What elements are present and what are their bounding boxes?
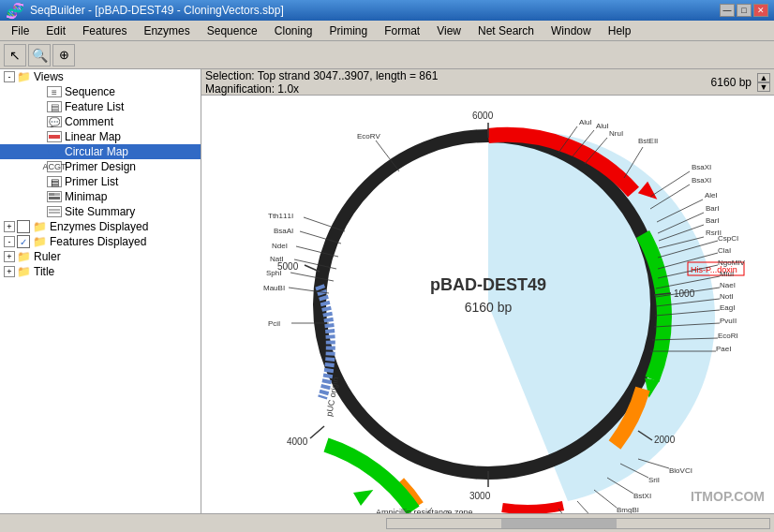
maximize-button[interactable]: □ — [737, 4, 752, 17]
sidebar-item-ruler[interactable]: + 📁 Ruler — [0, 249, 201, 264]
svg-text:SriI: SriI — [648, 476, 660, 484]
menu-window[interactable]: Window — [543, 22, 599, 39]
close-button[interactable]: ✕ — [753, 4, 768, 17]
scroll-up-button[interactable]: ▲ — [757, 73, 770, 82]
features-expand[interactable]: - — [4, 236, 15, 247]
selection-info-line1: Selection: Top strand 3047..3907, length… — [205, 69, 707, 82]
sidebar-item-linear-map[interactable]: Linear Map — [0, 129, 201, 144]
sidebar-item-primer-design[interactable]: ACGT Primer Design — [0, 159, 201, 174]
sidebar-item-minimap[interactable]: Minimap — [0, 189, 201, 204]
svg-text:EcoRI: EcoRI — [718, 332, 738, 340]
svg-text:BsaXI: BsaXI — [692, 176, 711, 185]
sidebar-item-title[interactable]: + 📁 Title — [0, 264, 201, 279]
svg-text:BloVCI: BloVCI — [669, 466, 692, 475]
features-check[interactable]: ✓ — [17, 235, 30, 248]
views-expand[interactable]: - — [4, 71, 15, 82]
svg-text:6000: 6000 — [472, 111, 494, 121]
svg-text:NdeI: NdeI — [272, 242, 288, 250]
svg-text:NotI: NotI — [720, 292, 734, 301]
menu-file[interactable]: File — [4, 22, 37, 39]
status-bar — [0, 513, 774, 532]
svg-text:BstXI: BstXI — [633, 492, 651, 500]
title-expand[interactable]: + — [4, 266, 15, 277]
svg-line-95 — [577, 501, 594, 513]
svg-rect-3 — [54, 193, 60, 196]
menu-edit[interactable]: Edit — [38, 22, 73, 39]
sidebar-label-sequence: Sequence — [65, 85, 115, 98]
svg-text:PciI: PciI — [268, 319, 280, 328]
sidebar-label-circular-map: Circular Map — [65, 145, 128, 158]
svg-point-1 — [50, 147, 59, 156]
enzymes-check[interactable] — [17, 220, 30, 233]
sidebar-item-views[interactable]: - 📁 Views — [0, 69, 201, 84]
sidebar-label-comment: Comment — [65, 115, 113, 128]
circular-map-svg: His-P...doxin pUC origin Ampicillin resi… — [212, 89, 765, 513]
sidebar-label-enzymes: Enzymes Displayed — [50, 220, 148, 233]
sidebar-item-circular-map[interactable]: Circular Map — [0, 144, 201, 159]
menu-bar: File Edit Features Enzymes Sequence Clon… — [0, 21, 774, 41]
toolbar: ↖ 🔍 ⊕ — [0, 41, 774, 69]
svg-text:pBAD-DEST49: pBAD-DEST49 — [429, 275, 545, 294]
menu-help[interactable]: Help — [601, 22, 639, 39]
svg-text:MluI: MluI — [720, 270, 734, 278]
sidebar: - 📁 Views ≡ Sequence ▤ Feature List 💬 Co… — [0, 69, 201, 513]
sidebar-label-primer-list: Primer List — [65, 175, 118, 188]
scrollbar-horizontal[interactable] — [386, 518, 770, 529]
svg-text:AluI: AluI — [579, 118, 592, 126]
svg-text:3000: 3000 — [469, 491, 491, 501]
menu-enzymes[interactable]: Enzymes — [136, 22, 197, 39]
svg-text:NatI: NatI — [270, 255, 284, 263]
sidebar-label-site-summary: Site Summary — [65, 205, 135, 218]
menu-view[interactable]: View — [429, 22, 469, 39]
menu-sequence[interactable]: Sequence — [200, 22, 265, 39]
menu-format[interactable]: Format — [377, 22, 427, 39]
enzymes-expand[interactable]: + — [4, 221, 15, 232]
svg-marker-10 — [353, 483, 377, 506]
cursor-tool[interactable]: ↖ — [4, 44, 26, 66]
svg-text:BsaXI: BsaXI — [692, 163, 711, 171]
svg-text:NaeI: NaeI — [720, 281, 736, 289]
sidebar-item-site-summary[interactable]: Site Summary — [0, 204, 201, 219]
svg-text:PaeI: PaeI — [716, 345, 731, 353]
window-title: SeqBuilder - [pBAD-DEST49 - CloningVecto… — [30, 4, 284, 17]
svg-text:SphI: SphI — [266, 269, 281, 277]
svg-text:MauBI: MauBI — [263, 284, 285, 292]
svg-line-25 — [310, 426, 324, 438]
svg-rect-4 — [49, 197, 60, 200]
sidebar-item-features-displayed[interactable]: - ✓ 📁 Features Displayed — [0, 234, 201, 249]
sidebar-label-features: Features Displayed — [50, 235, 146, 248]
title-bar-controls[interactable]: — □ ✕ — [720, 4, 768, 17]
menu-priming[interactable]: Priming — [322, 22, 376, 39]
minimize-button[interactable]: — — [720, 4, 735, 17]
sidebar-label-ruler: Ruler — [34, 250, 61, 263]
svg-rect-0 — [49, 135, 60, 139]
title-bar: 🧬 SeqBuilder - [pBAD-DEST49 - CloningVec… — [0, 0, 774, 21]
sidebar-label-title: Title — [34, 265, 54, 278]
svg-text:AluI: AluI — [596, 122, 609, 130]
sidebar-item-enzymes-displayed[interactable]: + 📁 Enzymes Displayed — [0, 219, 201, 234]
menu-cloning[interactable]: Cloning — [267, 22, 320, 39]
svg-text:EcoRV: EcoRV — [357, 132, 380, 140]
circular-map-container: His-P...doxin pUC origin Ampicillin resi… — [201, 96, 774, 513]
sidebar-label-primer-design: Primer Design — [65, 160, 136, 173]
svg-rect-2 — [49, 193, 54, 196]
sidebar-item-sequence[interactable]: ≡ Sequence — [0, 84, 201, 99]
svg-text:ClaI: ClaI — [718, 246, 731, 255]
svg-text:NruI: NruI — [609, 129, 623, 138]
svg-text:BarI: BarI — [706, 216, 720, 225]
zoom-in-tool[interactable]: ⊕ — [52, 44, 75, 66]
menu-netsearch[interactable]: Net Search — [470, 22, 542, 39]
svg-text:BarI: BarI — [706, 204, 720, 213]
sidebar-label-linear-map: Linear Map — [65, 130, 121, 143]
sidebar-item-feature-list[interactable]: ▤ Feature List — [0, 99, 201, 114]
watermark: ITMOP.COM — [691, 489, 765, 504]
menu-features[interactable]: Features — [75, 22, 134, 39]
svg-line-91 — [594, 490, 617, 508]
svg-text:BmgBI: BmgBI — [617, 506, 639, 513]
zoom-out-tool[interactable]: 🔍 — [28, 44, 51, 66]
sidebar-item-primer-list[interactable]: ▤ Primer List — [0, 174, 201, 189]
svg-text:PvuII: PvuII — [720, 317, 737, 325]
ruler-expand[interactable]: + — [4, 251, 15, 262]
sidebar-item-comment[interactable]: 💬 Comment — [0, 114, 201, 129]
main-layout: - 📁 Views ≡ Sequence ▤ Feature List 💬 Co… — [0, 69, 774, 513]
